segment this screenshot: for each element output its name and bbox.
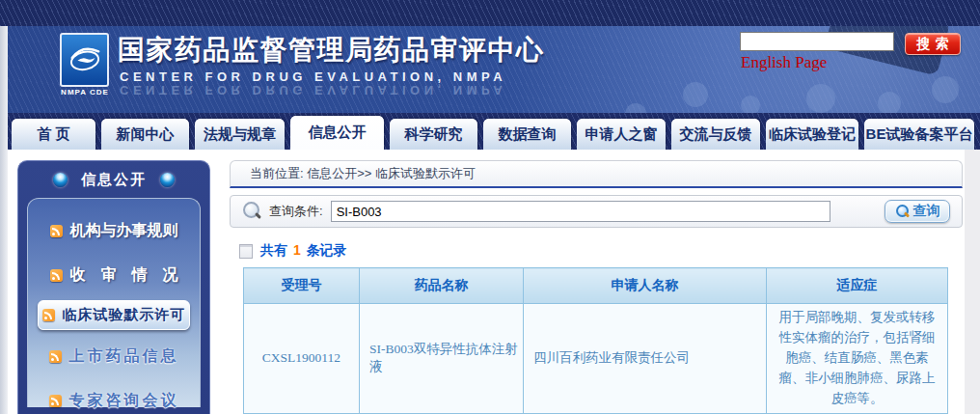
- tab-applicant-window[interactable]: 申请人之窗: [577, 119, 666, 150]
- logo-caption: NMPA CDE: [44, 88, 125, 97]
- records-summary: 共有 1 条记录: [230, 242, 963, 260]
- breadcrumb-text: 当前位置: 信息公开>> 临床试验默示许可: [250, 165, 476, 182]
- sidebar-title: 信息公开: [18, 161, 209, 198]
- left-gutter: [0, 26, 8, 414]
- sidebar-item-clinical-trial-implied-license[interactable]: 临床试验默示许可: [38, 300, 190, 330]
- query-bar: 查询条件: 查询: [230, 195, 963, 228]
- results-table: 受理号 药品名称 申请人名称 适应症 CXSL1900112 SI-B003双特…: [243, 267, 948, 414]
- query-input[interactable]: [331, 201, 830, 222]
- cell-applicant: 四川百利药业有限责任公司: [524, 304, 767, 414]
- swan-logo-icon: [67, 40, 103, 80]
- tab-feedback[interactable]: 交流与反馈: [671, 119, 760, 150]
- records-text: 共有 1 条记录: [260, 242, 347, 260]
- breadcrumb: 当前位置: 信息公开>> 临床试验默示许可: [230, 160, 963, 188]
- list-icon: [239, 244, 253, 259]
- cell-indication: 用于局部晚期、复发或转移性实体瘤的治疗，包括肾细胞癌、结直肠癌、黑色素瘤、非小细…: [767, 304, 948, 414]
- pill-decor: [625, 103, 646, 113]
- col-header-acceptance-no: 受理号: [244, 268, 360, 304]
- sphere-icon: [160, 173, 175, 187]
- english-page-link[interactable]: English Page: [741, 53, 827, 72]
- right-gutter: [965, 150, 980, 414]
- tab-be-trial-platform[interactable]: BE试验备案平台: [864, 119, 974, 150]
- site-title-en-reflection: CENTER FOR DRUG EVALUATION, NMPA: [120, 83, 506, 97]
- pill-decor: [806, 84, 835, 113]
- site-banner: NMPA CDE 国家药品监督管理局药品审评中心 CENTER FOR DRUG…: [8, 26, 980, 113]
- main-content: 当前位置: 信息公开>> 临床试验默示许可 查询条件: 查询 共有 1 条记录: [230, 160, 963, 414]
- pill-decor: [878, 92, 901, 113]
- search-icon: [895, 205, 910, 219]
- query-label: 查询条件:: [269, 203, 323, 220]
- site-search-input[interactable]: [740, 32, 894, 51]
- sidebar-panel: 机构与办事规则 收 审 情 况 临床试验默示许可 上市药品信息 专家咨询会议: [27, 198, 201, 407]
- cde-logo[interactable]: [60, 33, 109, 87]
- query-button[interactable]: 查询: [885, 200, 950, 223]
- main-nav: 首 页 新闻中心 法规与规章 信息公开 科学研究 数据查询 申请人之窗 交流与反…: [8, 113, 980, 150]
- records-count: 1: [291, 242, 303, 258]
- search-icon: [242, 202, 261, 221]
- rss-icon: [42, 309, 55, 321]
- rss-icon: [50, 225, 63, 237]
- sidebar-item-marketed-drug-info[interactable]: 上市药品信息: [28, 334, 200, 378]
- col-header-indication: 适应症: [767, 268, 948, 304]
- cell-acceptance-no: CXSL1900112: [244, 304, 360, 414]
- pill-decor: [683, 82, 708, 107]
- cell-drug-name: SI-B003双特异性抗体注射液: [360, 304, 524, 414]
- sidebar: 信息公开 机构与办事规则 收 审 情 况 临床试验默示许可 上市药品信息: [17, 160, 210, 414]
- page: NMPA CDE 国家药品监督管理局药品审评中心 CENTER FOR DRUG…: [0, 0, 980, 414]
- site-title-cn: 国家药品监督管理局药品审评中心: [118, 32, 545, 69]
- col-header-drug-name: 药品名称: [360, 268, 524, 304]
- sidebar-title-label: 信息公开: [81, 171, 147, 189]
- tab-science[interactable]: 科学研究: [390, 119, 477, 150]
- rss-icon: [49, 395, 62, 407]
- tab-home[interactable]: 首 页: [12, 119, 95, 150]
- tab-regulations[interactable]: 法规与规章: [195, 119, 285, 150]
- rss-icon: [50, 269, 63, 282]
- col-header-applicant: 申请人名称: [524, 268, 767, 304]
- tab-info-disclosure[interactable]: 信息公开: [290, 116, 384, 150]
- sidebar-item-expert-advisory-meeting[interactable]: 专家咨询会议: [28, 378, 200, 414]
- tab-news[interactable]: 新闻中心: [101, 119, 189, 150]
- site-search-button[interactable]: 搜索: [905, 33, 961, 55]
- sphere-icon: [53, 173, 68, 187]
- top-decor-strip: [0, 0, 980, 26]
- pill-decor: [932, 76, 959, 103]
- table-header-row: 受理号 药品名称 申请人名称 适应症: [244, 268, 948, 304]
- rss-icon: [49, 350, 62, 363]
- pill-decor: [741, 96, 760, 113]
- tab-clinical-trial-registry[interactable]: 临床试验登记: [766, 119, 858, 150]
- site-title-en: CENTER FOR DRUG EVALUATION, NMPA: [120, 69, 506, 84]
- sidebar-item-acceptance[interactable]: 收 审 情 况: [28, 253, 200, 297]
- sidebar-item-rules[interactable]: 机构与办事规则: [28, 208, 200, 253]
- tab-data-query[interactable]: 数据查询: [483, 119, 571, 150]
- table-row: CXSL1900112 SI-B003双特异性抗体注射液 四川百利药业有限责任公…: [244, 304, 948, 414]
